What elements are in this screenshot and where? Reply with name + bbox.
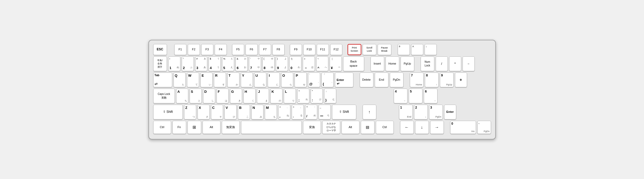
- key-uparrow[interactable]: ↑: [363, 105, 376, 119]
- key-0[interactable]: を 0わ: [289, 56, 301, 71]
- key-lshift[interactable]: ⇧ Shift: [153, 105, 183, 119]
- key-4[interactable]: $う 4う: [209, 56, 221, 71]
- key-end[interactable]: End: [375, 72, 388, 87]
- key-numminus[interactable]: －: [463, 56, 475, 71]
- key-f2[interactable]: F2: [188, 44, 200, 55]
- key-r[interactable]: R す: [214, 72, 226, 87]
- key-e[interactable]: E い: [200, 72, 213, 87]
- key-p[interactable]: P せ: [295, 72, 307, 87]
- key-space[interactable]: [241, 121, 302, 134]
- key-home[interactable]: Home: [386, 56, 399, 71]
- key-lalt[interactable]: Alt: [203, 121, 220, 134]
- key-numslash[interactable]: /: [436, 56, 448, 71]
- key-insert[interactable]: Insert: [371, 56, 384, 71]
- key-slash[interactable]: ?・ /め: [305, 105, 317, 119]
- key-f12[interactable]: F12: [330, 44, 342, 55]
- key-m[interactable]: M も: [265, 105, 277, 119]
- key-num1[interactable]: 1 End: [399, 105, 413, 119]
- key-o[interactable]: O ら: [281, 72, 293, 87]
- key-semicolon[interactable]: + ;れ: [297, 89, 309, 103]
- key-g[interactable]: G き: [230, 89, 242, 103]
- key-q[interactable]: Q た: [174, 72, 186, 87]
- key-lctrl[interactable]: Ctrl: [153, 121, 171, 134]
- key-f10[interactable]: F10: [303, 44, 315, 55]
- key-f7[interactable]: F7: [259, 44, 271, 55]
- key-t[interactable]: T か: [227, 72, 239, 87]
- key-scrolllock[interactable]: ScrollLock: [363, 44, 376, 55]
- key-nummult[interactable]: *: [449, 56, 461, 71]
- key-muhenkan[interactable]: 無変換: [222, 121, 240, 134]
- key-3[interactable]: #あ 3あ: [195, 56, 207, 71]
- key-capslock[interactable]: Caps Lock英数: [153, 89, 175, 103]
- key-d[interactable]: D し: [203, 89, 215, 103]
- key-8[interactable]: (ゆ 8ゆ: [262, 56, 275, 71]
- key-yen[interactable]: ｜ ¥ー: [330, 56, 342, 71]
- key-x[interactable]: X さ: [198, 105, 210, 119]
- key-f3[interactable]: F3: [201, 44, 213, 55]
- key-delete[interactable]: Delete: [360, 72, 373, 87]
- key-num6[interactable]: 6 →: [424, 89, 438, 103]
- key-n[interactable]: N み: [251, 105, 263, 119]
- key-c[interactable]: C そ: [211, 105, 223, 119]
- key-w[interactable]: W て: [187, 72, 199, 87]
- key-katakana[interactable]: カタカナひらがなローマ字: [322, 121, 340, 134]
- key-downarrow[interactable]: ↓: [415, 121, 429, 134]
- key-f8[interactable]: F8: [272, 44, 285, 55]
- key-app[interactable]: ▤: [361, 121, 374, 134]
- key-7[interactable]: 'や 7や: [249, 56, 261, 71]
- key-f5[interactable]: F5: [232, 44, 244, 55]
- key-lbracket[interactable]: 「 {゜: [321, 72, 334, 87]
- key-numlock[interactable]: NumLock: [421, 56, 434, 71]
- key-rightarrow[interactable]: →: [430, 121, 444, 134]
- key-extra3[interactable]: ↓: [425, 44, 437, 55]
- key-ralt[interactable]: Alt: [342, 121, 359, 134]
- key-pause[interactable]: PauseBreak: [378, 44, 391, 55]
- key-num2[interactable]: 2 ↓: [414, 105, 428, 119]
- key-num8[interactable]: 8 ↑: [425, 72, 439, 87]
- key-printscreen[interactable]: PrintScreen: [348, 44, 361, 55]
- key-9[interactable]: )よ 9よ: [276, 56, 288, 71]
- key-at[interactable]: ` @゛: [308, 72, 320, 87]
- key-j[interactable]: J ま: [257, 89, 269, 103]
- key-pgup[interactable]: PgUp: [401, 56, 414, 71]
- key-a[interactable]: A ち: [176, 89, 188, 103]
- key-f11[interactable]: F11: [317, 44, 329, 55]
- key-num4[interactable]: 4 ←: [394, 89, 407, 103]
- key-1[interactable]: ! 1ぬ: [168, 56, 180, 71]
- key-extra1[interactable]: 9: [398, 44, 410, 55]
- key-win[interactable]: ⊞: [188, 121, 201, 134]
- key-num7[interactable]: 7 Home: [410, 72, 424, 87]
- key-u[interactable]: U な: [254, 72, 266, 87]
- key-num9[interactable]: 9 PgUp: [440, 72, 454, 87]
- key-num0[interactable]: 0 Ins: [450, 121, 476, 134]
- key-minus[interactable]: = －ほ: [303, 56, 315, 71]
- key-pgdn[interactable]: PgDn: [390, 72, 403, 87]
- key-hat[interactable]: ~ ^へ: [316, 56, 328, 71]
- key-numplus[interactable]: +: [455, 72, 467, 87]
- key-numenter[interactable]: Enter: [444, 105, 456, 119]
- key-f6[interactable]: F6: [246, 44, 258, 55]
- key-backspace[interactable]: Backspace: [343, 56, 364, 71]
- key-henkan[interactable]: 変換: [303, 121, 321, 134]
- key-f4[interactable]: F4: [215, 44, 227, 55]
- key-hankaku[interactable]: 半角/全角漢字: [153, 56, 167, 71]
- key-num5[interactable]: 5: [409, 89, 422, 103]
- key-period[interactable]: >。 .る: [292, 105, 304, 119]
- key-colon[interactable]: * :け: [311, 89, 323, 103]
- key-comma[interactable]: <、 ,ね: [278, 105, 290, 119]
- key-5[interactable]: %え 5え: [222, 56, 234, 71]
- key-h[interactable]: H く: [243, 89, 256, 103]
- key-k[interactable]: K の: [270, 89, 282, 103]
- key-tab[interactable]: Tab ⇄: [153, 72, 172, 87]
- key-l[interactable]: L り: [284, 89, 296, 103]
- key-numdot[interactable]: · PgDn: [477, 121, 491, 134]
- key-i[interactable]: I に: [268, 72, 280, 87]
- key-f9[interactable]: F9: [290, 44, 302, 55]
- key-leftarrow[interactable]: ←: [400, 121, 414, 134]
- key-y[interactable]: Y ん: [241, 72, 253, 87]
- key-rbracket[interactable]: 」 }む: [324, 89, 336, 103]
- key-rctrl[interactable]: Ctrl: [376, 121, 394, 134]
- key-6[interactable]: &お 6お: [236, 56, 248, 71]
- key-esc[interactable]: ESC: [153, 44, 167, 55]
- key-f1[interactable]: F1: [174, 44, 186, 55]
